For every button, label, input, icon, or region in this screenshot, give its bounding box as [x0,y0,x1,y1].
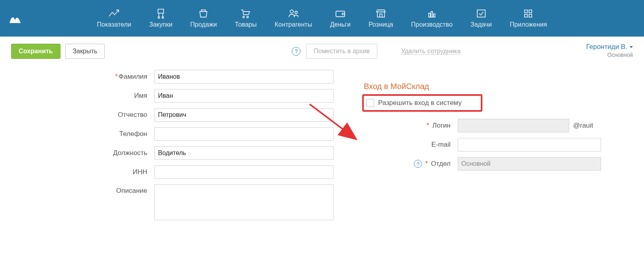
lastname-label: *Фамилия [87,73,154,81]
svg-rect-16 [433,14,435,17]
phone-label: Телефон [87,130,154,138]
position-label: Должность [87,149,154,157]
content-area: *Фамилия Имя Отчество Телефон Должность … [0,66,644,242]
login-label: *Логин [362,122,458,130]
phone-input[interactable] [154,127,334,141]
nav-label: Продажи [190,21,217,28]
inn-label: ИНН [87,168,154,176]
nav-label: Контрагенты [275,21,312,28]
nav-label: Производство [411,21,453,28]
svg-rect-20 [525,14,527,17]
close-button[interactable]: Закрыть [65,44,105,59]
patronymic-input[interactable] [154,108,334,122]
description-label: Описание [87,184,154,195]
svg-rect-0 [158,9,164,13]
form-left: *Фамилия Имя Отчество Телефон Должность … [87,70,334,220]
delete-employee-link[interactable]: Удалить сотрудника [401,48,461,55]
department-label: ? *Отдел [362,160,458,168]
firstname-input[interactable] [154,89,334,103]
description-input[interactable] [154,184,334,220]
nav-apps[interactable]: Приложения [510,8,547,28]
login-input [458,119,569,132]
action-bar: Сохранить Закрыть ? Поместить в архив Уд… [0,37,644,66]
annotation-highlight: Разрешить вход в систему [362,94,482,112]
svg-point-6 [247,16,248,18]
top-nav: Показатели Закупки Продажи Товары Контра… [0,0,644,37]
firstname-label: Имя [87,92,154,100]
position-input[interactable] [154,146,334,160]
nav-goods[interactable]: Товары [235,8,257,28]
nav-label: Розница [369,21,393,28]
inn-input[interactable] [154,165,334,179]
archive-button[interactable]: Поместить в архив [306,44,377,59]
nav-label: Деньги [330,21,351,28]
svg-rect-17 [477,10,485,17]
user-name-text: Геронтиди В. [586,43,627,50]
chevron-down-icon [630,46,633,48]
svg-point-8 [295,11,297,14]
help-icon[interactable]: ? [292,47,301,56]
email-label: E-mail [362,141,458,149]
nav-retail[interactable]: Розница [369,8,393,28]
logo[interactable] [8,11,22,27]
svg-point-4 [162,17,164,18]
nav-sales[interactable]: Продажи [190,8,217,28]
help-icon[interactable]: ? [414,160,422,168]
allow-login-checkbox[interactable] [366,99,374,107]
nav-label: Приложения [510,21,547,28]
svg-rect-19 [529,10,532,13]
user-sub-text: Основной [586,52,633,58]
login-suffix: @rauit [569,122,593,130]
user-menu[interactable]: Геронтиди В. Основной [586,43,633,58]
nav-label: Задачи [470,21,492,28]
svg-point-3 [158,17,160,18]
nav-counterparties[interactable]: Контрагенты [275,8,312,28]
nav-tasks[interactable]: Задачи [470,8,492,28]
svg-rect-11 [377,12,384,17]
login-section-title: Вход в МойСклад [364,82,625,91]
email-input[interactable] [458,138,601,151]
svg-rect-9 [336,11,345,17]
svg-rect-21 [529,14,532,17]
allow-login-label: Разрешить вход в систему [378,99,462,107]
svg-rect-14 [429,13,430,17]
svg-rect-18 [525,10,527,13]
svg-rect-12 [380,14,382,17]
nav-label: Показатели [97,21,131,28]
svg-rect-10 [342,13,345,15]
nav-purchases[interactable]: Закупки [149,8,172,28]
nav-indicators[interactable]: Показатели [97,8,131,28]
department-input [458,157,601,171]
lastname-input[interactable] [154,70,334,83]
nav-production[interactable]: Производство [411,8,453,28]
svg-rect-15 [431,12,433,17]
nav-label: Закупки [149,21,172,28]
svg-point-5 [243,16,244,18]
svg-point-7 [290,10,293,13]
patronymic-label: Отчество [87,111,154,119]
save-button[interactable]: Сохранить [11,44,60,59]
nav-money[interactable]: Деньги [330,8,351,28]
form-right: Вход в МойСклад Разрешить вход в систему… [362,70,625,176]
nav-label: Товары [235,21,257,28]
